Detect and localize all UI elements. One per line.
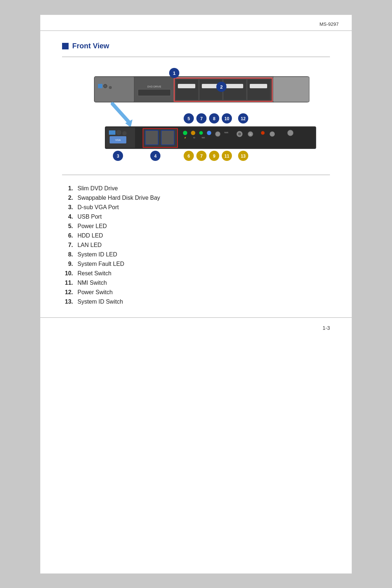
item-label: System ID Switch <box>77 299 123 305</box>
section-title-bar: Front View <box>62 42 330 50</box>
item-label: D-sub VGA Port <box>77 204 119 210</box>
svg-point-49 <box>287 130 293 136</box>
svg-text:VGA: VGA <box>115 139 121 141</box>
svg-point-28 <box>122 131 127 135</box>
svg-text:11: 11 <box>224 154 229 159</box>
item-label: USB Port <box>77 214 102 220</box>
svg-text:6: 6 <box>188 154 190 159</box>
model-number: MS-9297 <box>319 21 339 27</box>
svg-point-35 <box>191 131 195 135</box>
list-item: 12. Power Switch <box>62 288 330 297</box>
list-item: 2. Swappable Hard Disk Drive Bay <box>62 193 330 203</box>
list-item: 4. USB Port <box>62 212 330 222</box>
item-number: 9. <box>62 261 73 267</box>
item-number: 11. <box>62 280 73 286</box>
list-item: 1. Slim DVD Drive <box>62 184 330 193</box>
item-label: System Fault LED <box>77 261 124 267</box>
svg-text:3: 3 <box>117 154 119 159</box>
server-diagram: DVD DRIVE 1 2 <box>62 66 330 171</box>
svg-rect-26 <box>109 130 115 135</box>
svg-text:7: 7 <box>200 116 203 121</box>
svg-point-44 <box>238 133 241 135</box>
svg-rect-14 <box>226 84 243 88</box>
svg-text:DVD DRIVE: DVD DRIVE <box>147 85 161 88</box>
item-number: 2. <box>62 195 73 201</box>
svg-rect-7 <box>138 89 171 96</box>
item-number: 4. <box>62 214 73 220</box>
item-number: 1. <box>62 185 73 192</box>
item-label: LAN LED <box>77 242 102 248</box>
item-number: 13. <box>62 299 73 305</box>
svg-text:1: 1 <box>173 70 175 76</box>
page-number: 1-3 <box>323 325 330 331</box>
svg-text:2: 2 <box>220 84 222 90</box>
item-label: System ID LED <box>77 251 117 257</box>
item-label: NMI Switch <box>77 280 107 286</box>
header: MS-9297 <box>40 15 352 31</box>
svg-rect-15 <box>247 79 270 100</box>
svg-rect-2 <box>98 84 102 88</box>
svg-rect-16 <box>250 84 267 88</box>
svg-point-27 <box>116 130 122 135</box>
svg-point-36 <box>199 131 203 135</box>
list-item: 6. HDD LED <box>62 231 330 240</box>
item-number: 12. <box>62 289 73 296</box>
svg-text:NMI: NMI <box>224 131 228 134</box>
item-label: Slim DVD Drive <box>77 185 118 191</box>
svg-point-47 <box>261 131 265 135</box>
svg-line-22 <box>113 104 129 122</box>
item-label: Power LED <box>77 223 107 229</box>
item-number: 3. <box>62 204 73 211</box>
svg-point-34 <box>183 131 187 135</box>
svg-text:4: 4 <box>154 154 157 159</box>
svg-text:13: 13 <box>241 154 246 159</box>
svg-text:9: 9 <box>213 154 216 159</box>
footer: 1-3 <box>40 318 352 338</box>
svg-text:8: 8 <box>213 116 216 121</box>
item-number: 8. <box>62 251 73 258</box>
svg-rect-1 <box>94 77 134 102</box>
list-item: 10. Reset Switch <box>62 269 330 278</box>
list-item: 8. System ID LED <box>62 250 330 259</box>
svg-text:ID: ID <box>250 133 252 135</box>
svg-text:5: 5 <box>188 116 190 121</box>
svg-rect-9 <box>175 79 199 100</box>
diagram-divider <box>62 175 330 175</box>
svg-text:7: 7 <box>200 154 203 159</box>
list-item: 11. NMI Switch <box>62 278 330 288</box>
list-item: 3. D-sub VGA Port <box>62 203 330 212</box>
svg-rect-13 <box>223 79 246 100</box>
svg-rect-24 <box>105 127 316 149</box>
content-area: Front View DVD DRIVE <box>40 31 352 318</box>
diagram-svg: DVD DRIVE 1 2 <box>65 66 327 171</box>
svg-rect-32 <box>145 130 158 145</box>
svg-rect-10 <box>178 84 195 88</box>
front-view-icon <box>62 43 69 49</box>
svg-text:12: 12 <box>241 116 246 121</box>
section-title: Front View <box>72 42 109 50</box>
list-item: 13. System ID Switch <box>62 297 330 307</box>
list-item: 7. LAN LED <box>62 240 330 250</box>
title-divider <box>62 57 330 57</box>
list-item: 9. System Fault LED <box>62 259 330 269</box>
svg-rect-33 <box>161 130 174 145</box>
svg-point-37 <box>207 131 211 135</box>
list-item: 5. Power LED <box>62 222 330 231</box>
svg-point-41 <box>215 131 220 137</box>
svg-text:⚡: ⚡ <box>184 137 187 139</box>
svg-point-3 <box>103 84 107 88</box>
item-number: 10. <box>62 270 73 277</box>
svg-point-48 <box>270 131 275 137</box>
item-label: Reset Switch <box>77 270 111 276</box>
item-number: 5. <box>62 223 73 230</box>
svg-point-4 <box>109 86 112 89</box>
svg-text:10: 10 <box>224 116 229 121</box>
item-number: 7. <box>62 242 73 248</box>
parts-list: 1. Slim DVD Drive 2. Swappable Hard Disk… <box>62 184 330 307</box>
item-number: 6. <box>62 232 73 239</box>
page: MS-9297 Front View DVD DRIVE <box>40 15 352 574</box>
svg-rect-17 <box>273 77 309 102</box>
item-label: Power Switch <box>77 289 113 295</box>
item-label: Swappable Hard Disk Drive Bay <box>77 195 160 201</box>
svg-text:NMI: NMI <box>201 137 205 139</box>
